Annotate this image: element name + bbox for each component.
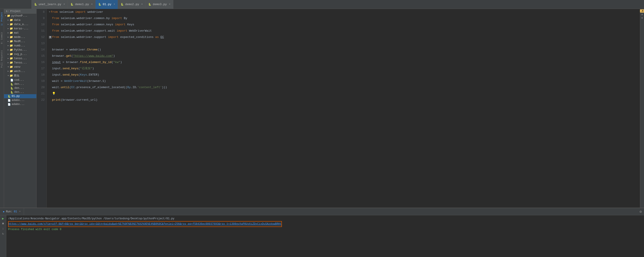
run-output: /Applications/Anaconda-Navigator.app/Con… — [6, 215, 644, 257]
var-browser2: browser. — [52, 53, 66, 59]
module-name: selenium.webdriver.support.wait — [61, 28, 117, 34]
gutter-pull-requests[interactable]: Pull Requests — [0, 49, 4, 68]
tab-label: unet_learn.py — [38, 3, 61, 6]
str-url: "https://www.baidu.com" — [73, 53, 113, 59]
run-close-icon[interactable]: × — [19, 210, 21, 213]
import-name: Keys — [127, 22, 134, 28]
code-line-12: ▼ from selenium.webdriver.support import… — [49, 34, 638, 40]
tab-01[interactable]: 🐍 01.py × — [96, 0, 118, 9]
var-wait2: wait. — [52, 84, 61, 90]
sidebar-item-label: Tenso... — [14, 61, 27, 64]
sidebar-item-adabo1[interactable]: 📄 adabo... — [4, 98, 36, 102]
fold-marker-12[interactable]: ▼ — [49, 36, 52, 38]
sidebar-item-01py[interactable]: 🐍 01.py — [4, 94, 36, 98]
close-icon[interactable]: × — [169, 3, 170, 6]
chevron-right-icon: ▶ — [8, 23, 9, 26]
sidebar-item-data-a[interactable]: ▶ 📁 data_a... — [4, 22, 36, 26]
sidebar-item-medm-upper[interactable]: ▶ 📁 MedM... — [4, 39, 36, 44]
sidebar-item-mat[interactable]: ▶ 📁 mat — [4, 31, 36, 35]
tab-demo3[interactable]: 🐍 demo3.py × — [146, 0, 173, 9]
tab-demo2[interactable]: 🐍 demo2.py × — [118, 0, 146, 9]
tab-file-icon: 🐍 — [148, 3, 151, 6]
line-num-19: 19 — [38, 78, 44, 84]
folder-icon: 📁 — [10, 40, 13, 43]
sidebar-item-adabo2[interactable]: 📄 adabo... — [4, 102, 36, 106]
sidebar-item-wech[interactable]: ▶ 📁 wech... — [4, 69, 36, 73]
run-tab-name[interactable]: 01 — [14, 210, 17, 213]
paren-close: ) — [113, 53, 115, 59]
run-url-line[interactable]: https://www.baidu.com/s?ie=utf-8&f=8&rsv… — [8, 221, 642, 227]
pyfile-icon: 🐍 — [10, 83, 14, 86]
sidebar-item-Tenso[interactable]: ▶ 📁 Tenso... — [4, 60, 36, 65]
gear-icon[interactable]: ⚙ — [640, 210, 642, 214]
line-num-16: 16 — [38, 59, 44, 66]
gutter-project[interactable]: 1: Project — [0, 11, 4, 26]
chevron-up-icon[interactable]: ∧ — [641, 13, 643, 16]
dot-presence: .presence_of_element_located(( — [75, 84, 127, 90]
sidebar-item-svg[interactable]: ▶ 📁 svg_p... — [4, 52, 36, 56]
folder-icon: 📁 — [10, 36, 13, 39]
sidebar-item-label: 01.py — [12, 95, 20, 98]
sidebar-item-label: medm... — [14, 36, 25, 39]
close-icon[interactable]: × — [91, 3, 92, 6]
run-toolbar: ▶ ■ ↓ ↻ — [0, 215, 6, 257]
sidebar-item-label: Pytho... — [14, 48, 27, 52]
line-num-13: 13 — [38, 40, 44, 47]
chevron-right-icon: ▶ — [8, 36, 9, 38]
paren-open: ( — [71, 53, 73, 59]
code-line-13 — [49, 40, 638, 47]
rerun-button[interactable]: ↻ — [2, 232, 4, 236]
sidebar-item-data[interactable]: ▶ 📁 data — [4, 18, 36, 22]
folder-icon: 📁 — [10, 48, 13, 52]
code-line-21: 💡 — [49, 90, 638, 97]
folder-icon: 📁 — [10, 52, 13, 56]
run-icon: ▶ — [3, 210, 5, 213]
func-get: get — [66, 53, 71, 59]
line-numbers: 8 9 10 11 12 13 14 15 16 17 18 19 20 21 … — [36, 9, 47, 208]
sidebar-item-den1[interactable]: 🐍 den... — [4, 82, 36, 86]
chevron-down-icon[interactable]: ∨ — [641, 16, 643, 19]
chevron-right-icon: ▶ — [8, 40, 9, 42]
pyfile-icon: 🐍 — [10, 91, 14, 94]
sidebar-item-medm-lower[interactable]: ▶ 📁 medm... — [4, 35, 36, 39]
func-sendkeys2: send_keys — [62, 72, 78, 78]
close-icon[interactable]: × — [64, 3, 65, 6]
play-button[interactable]: ▶ — [2, 217, 4, 220]
sidebar-item-venv[interactable]: ▼ 📁 venv — [4, 65, 36, 69]
sidebar-item-label: MedM... — [14, 40, 25, 43]
keyword-import: import — [117, 28, 129, 34]
sidebar-item-pytho[interactable]: ▶ 📁 Pytho... — [4, 48, 36, 52]
sidebar-item-keras[interactable]: ▶ 📁 keras-... — [4, 26, 36, 31]
tab-file-icon: 🐍 — [98, 3, 101, 6]
folder-icon: 📁 — [10, 23, 13, 26]
sidebar-item-pythonp[interactable]: ▼ 📁 pythonP... — [4, 14, 36, 18]
sidebar-item-tenso[interactable]: ▶ 📁 tenso... — [4, 56, 36, 60]
run-output-url[interactable]: https://www.baidu.com/s?ie=utf-8&f=8&rsv… — [8, 221, 282, 227]
folder-icon: 📁 — [10, 31, 13, 34]
warning-badge[interactable]: ⚠5 — [640, 10, 644, 12]
tab-demo1[interactable]: 🐍 demo1.py × — [68, 0, 95, 9]
close-icon[interactable]: × — [114, 3, 115, 6]
scroll-down-button[interactable]: ↓ — [2, 227, 4, 230]
sidebar-item-label: pythonP... — [11, 14, 27, 18]
gutter-commit[interactable]: 0: Commit — [0, 31, 4, 45]
keyword-as: as — [155, 34, 160, 40]
chevron-down-icon: ▼ — [8, 75, 9, 77]
chevron-right-icon: ▶ — [8, 70, 9, 72]
file-icon: 📄 — [8, 103, 11, 106]
stop-button[interactable]: ■ — [2, 222, 4, 226]
tab-unet-learn[interactable]: 🐍 unet_learn.py × — [32, 0, 68, 9]
tab-label: 01.py — [103, 3, 112, 6]
sidebar-item-den3[interactable]: 🐍 den... — [4, 90, 36, 94]
sidebar-item-numb[interactable]: ▶ 📁 numb... — [4, 44, 36, 48]
run-tabs: ▶ Run: 01 × ⚙ — [0, 208, 644, 215]
wait-timeout: 1) — [102, 78, 106, 84]
fold-marker[interactable]: ▼ — [49, 9, 50, 15]
sidebar-item-label: den... — [14, 82, 24, 86]
code-editor: 8 9 10 11 12 13 14 15 16 17 18 19 20 21 … — [36, 9, 644, 208]
sidebar-item-spider[interactable]: ▼ 📁 爬虫 — [4, 73, 36, 78]
sidebar-item-cod[interactable]: 📄 cod... — [4, 78, 36, 82]
sidebar-item-den2[interactable]: 🐍 den... — [4, 86, 36, 90]
code-line-14: browser = webdriver. Chrome () — [49, 47, 638, 53]
close-icon[interactable]: × — [141, 3, 142, 6]
